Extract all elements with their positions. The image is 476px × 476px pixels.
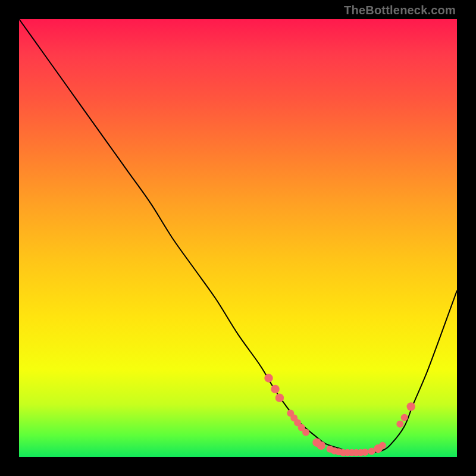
curve-marker bbox=[379, 442, 386, 449]
curve-marker bbox=[264, 374, 273, 382]
chart-frame: TheBottleneck.com bbox=[0, 0, 476, 476]
curve-marker bbox=[361, 449, 368, 456]
bottleneck-curve-line bbox=[19, 19, 457, 453]
curve-marker bbox=[275, 393, 284, 402]
curve-marker bbox=[271, 385, 279, 393]
curve-marker bbox=[302, 429, 309, 436]
chart-plot-area bbox=[19, 19, 457, 457]
curve-marker bbox=[401, 414, 408, 421]
chart-svg bbox=[19, 19, 457, 457]
curve-marker bbox=[317, 441, 325, 450]
attribution-text: TheBottleneck.com bbox=[344, 4, 456, 17]
curve-marker bbox=[396, 421, 403, 428]
curve-marker bbox=[407, 402, 415, 411]
curve-markers bbox=[264, 374, 415, 456]
